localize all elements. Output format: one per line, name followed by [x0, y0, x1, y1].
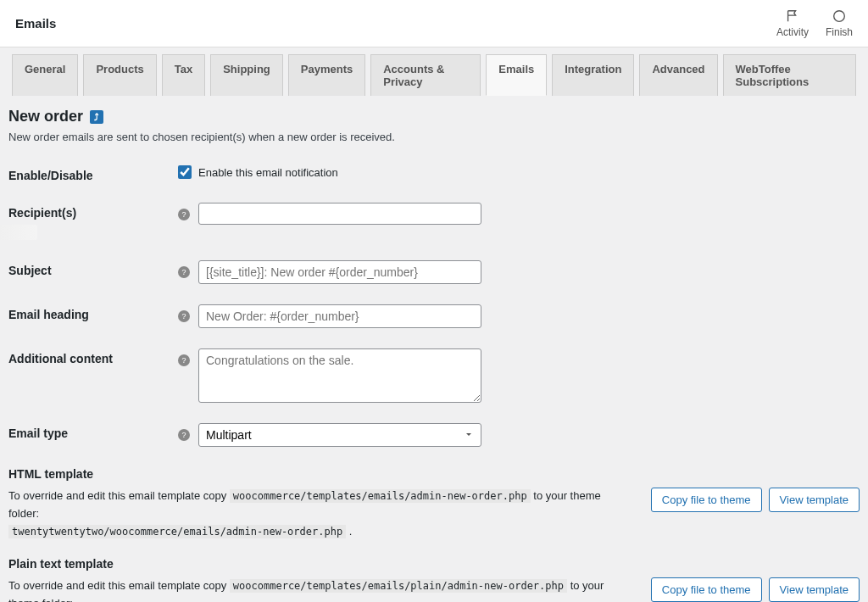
view-html-template-button[interactable]: View template — [769, 488, 860, 512]
help-icon[interactable]: ? — [178, 266, 190, 278]
settings-tabs: General Products Tax Shipping Payments A… — [0, 47, 868, 96]
tab-accounts-privacy[interactable]: Accounts & Privacy — [370, 54, 481, 96]
label-enable: Enable/Disable — [8, 165, 178, 182]
help-icon[interactable]: ? — [178, 354, 190, 366]
plain-template-buttons: Copy file to theme View template — [651, 577, 860, 602]
label-additional: Additional content — [8, 348, 178, 365]
help-icon[interactable]: ? — [178, 429, 190, 441]
tab-integration[interactable]: Integration — [552, 54, 634, 96]
additional-content-textarea[interactable] — [198, 348, 481, 403]
copy-html-template-button[interactable]: Copy file to theme — [651, 488, 762, 512]
row-recipients: Recipient(s) ? — [8, 203, 860, 240]
tab-webtoffee[interactable]: WebToffee Subscriptions — [723, 54, 856, 96]
plain-template-src: woocommerce/templates/emails/plain/admin… — [230, 579, 567, 593]
enable-checkbox[interactable] — [178, 165, 192, 179]
page-title: New order — [8, 108, 83, 125]
html-template-dest: twentytwentytwo/woocommerce/emails/admin… — [8, 525, 346, 538]
tab-products[interactable]: Products — [83, 54, 156, 96]
finish-button[interactable]: Finish — [826, 8, 853, 38]
tab-emails[interactable]: Emails — [486, 54, 547, 96]
page-title-row: New order ⤴ — [8, 108, 860, 125]
page-header: Emails Activity Finish — [0, 0, 868, 47]
label-email-type: Email type — [8, 423, 178, 440]
plain-template-row: To override and edit this email template… — [8, 577, 860, 602]
html-template-buttons: Copy file to theme View template — [651, 488, 860, 512]
tab-shipping[interactable]: Shipping — [210, 54, 283, 96]
copy-plain-template-button[interactable]: Copy file to theme — [651, 577, 762, 602]
label-recipients: Recipient(s) — [8, 203, 178, 220]
activity-button[interactable]: Activity — [776, 8, 809, 38]
tab-advanced[interactable]: Advanced — [639, 54, 717, 96]
enable-checkbox-label: Enable this email notification — [198, 166, 338, 179]
html-template-heading: HTML template — [8, 467, 860, 481]
row-subject: Subject ? — [8, 260, 860, 284]
html-template-row: To override and edit this email template… — [8, 488, 860, 540]
tab-payments[interactable]: Payments — [288, 54, 365, 96]
plain-template-text: To override and edit this email template… — [8, 577, 634, 602]
subject-input[interactable] — [198, 260, 481, 284]
back-icon[interactable]: ⤴ — [90, 110, 103, 124]
view-plain-template-button[interactable]: View template — [769, 577, 860, 602]
page-description: New order emails are sent to chosen reci… — [8, 131, 860, 143]
html-template-src: woocommerce/templates/emails/admin-new-o… — [230, 489, 531, 503]
tab-tax[interactable]: Tax — [162, 54, 205, 96]
circle-icon — [832, 8, 847, 24]
row-additional: Additional content ? — [8, 348, 860, 403]
plain-template-heading: Plain text template — [8, 557, 860, 571]
header-actions: Activity Finish — [776, 8, 853, 38]
redacted-value — [0, 225, 37, 240]
page-header-title: Emails — [15, 16, 56, 31]
svg-point-0 — [834, 11, 845, 22]
label-heading: Email heading — [8, 304, 178, 321]
row-email-type: Email type ? Multipart — [8, 423, 860, 447]
help-icon[interactable]: ? — [178, 310, 190, 322]
email-type-select[interactable]: Multipart — [198, 423, 481, 447]
content-area: New order ⤴ New order emails are sent to… — [0, 96, 868, 602]
row-enable: Enable/Disable Enable this email notific… — [8, 165, 860, 182]
row-heading: Email heading ? — [8, 304, 860, 328]
help-icon[interactable]: ? — [178, 209, 190, 220]
tab-general[interactable]: General — [12, 54, 78, 96]
recipients-input[interactable] — [198, 203, 481, 225]
label-subject: Subject — [8, 260, 178, 277]
heading-input[interactable] — [198, 304, 481, 328]
flag-icon — [785, 8, 800, 24]
html-template-text: To override and edit this email template… — [8, 488, 634, 540]
